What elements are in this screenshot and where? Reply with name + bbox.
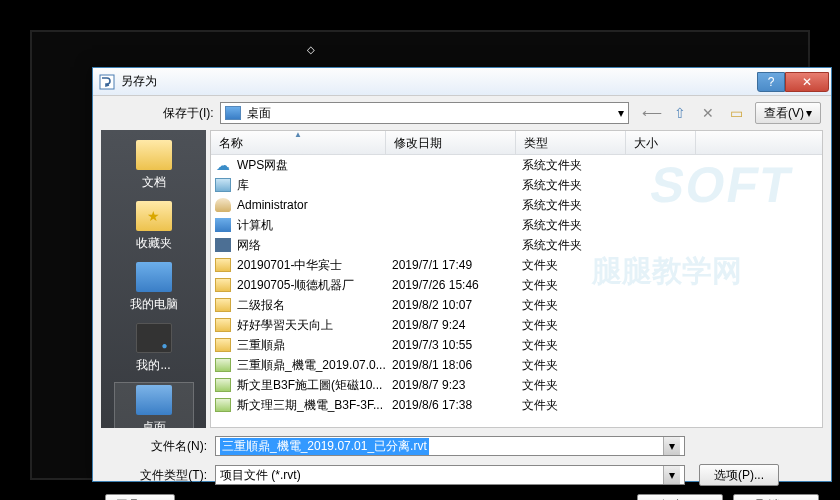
file-name: 计算机 [237, 217, 392, 234]
file-date: 2019/8/2 10:07 [392, 298, 522, 312]
sidebar-item-label: 我的电脑 [130, 296, 178, 313]
folder-icon [215, 318, 231, 332]
folder-icon [215, 258, 231, 272]
sidebar-item-folder[interactable]: 文档 [114, 138, 194, 193]
net-icon [215, 238, 231, 252]
col-date[interactable]: 修改日期 [386, 131, 516, 154]
file-type: 系统文件夹 [522, 237, 632, 254]
file-name: 网络 [237, 237, 392, 254]
list-item[interactable]: 斯文里B3F施工圖(矩磁10...2019/8/7 9:23文件夹 [211, 375, 822, 395]
filetype-dropdown[interactable]: 项目文件 (*.rvt) [215, 465, 685, 485]
list-item[interactable]: Administrator系统文件夹 [211, 195, 822, 215]
file-type: 系统文件夹 [522, 217, 632, 234]
pfolder-icon [215, 358, 231, 372]
file-date: 2019/7/26 15:46 [392, 278, 522, 292]
sidebar-item-net[interactable]: 我的... [114, 321, 194, 376]
desktop-icon [225, 106, 241, 120]
file-type: 文件夹 [522, 337, 632, 354]
user-icon [215, 198, 231, 212]
col-name[interactable]: ▲名称 [211, 131, 386, 154]
comp-icon [215, 218, 231, 232]
list-item[interactable]: 三重順鼎2019/7/3 10:55文件夹 [211, 335, 822, 355]
save-in-dropdown[interactable]: 桌面 [220, 102, 629, 124]
cloud-icon: ☁ [215, 158, 231, 172]
save-button[interactable]: 保存(S) [637, 494, 723, 500]
file-name: 三重順鼎 [237, 337, 392, 354]
filename-value: 三重順鼎_機電_2019.07.01_已分离.rvt [220, 438, 429, 455]
file-name: Administrator [237, 198, 392, 212]
file-date: 2019/7/1 17:49 [392, 258, 522, 272]
sidebar-item-desk[interactable]: 桌面 [114, 382, 194, 428]
file-name: WPS网盘 [237, 157, 392, 174]
filetype-value: 项目文件 (*.rvt) [220, 467, 301, 484]
options-button[interactable]: 选项(P)... [699, 464, 779, 486]
file-type: 系统文件夹 [522, 177, 632, 194]
cancel-button[interactable]: 取消(C) [733, 494, 819, 500]
file-type: 系统文件夹 [522, 197, 632, 214]
new-folder-icon[interactable]: ▭ [727, 104, 745, 122]
file-name: 好好學習天天向上 [237, 317, 392, 334]
file-type: 文件夹 [522, 257, 632, 274]
up-icon[interactable]: ⇧ [671, 104, 689, 122]
sidebar-item-fav[interactable]: 收藏夹 [114, 199, 194, 254]
save-as-dialog: 另存为 ? ✕ 保存于(I): 桌面 ⟵ ⇧ ✕ ▭ 查看(V) 文档收藏夹我的… [92, 67, 832, 482]
back-icon[interactable]: ⟵ [643, 104, 661, 122]
fav-icon [136, 201, 172, 231]
delete-icon[interactable]: ✕ [699, 104, 717, 122]
filetype-label: 文件类型(T): [105, 467, 215, 484]
file-name: 斯文理三期_機電_B3F-3F... [237, 397, 392, 414]
lib-icon [215, 178, 231, 192]
desk-icon [136, 385, 172, 415]
cursor-marker: ◇ [307, 44, 315, 55]
folder-icon [215, 298, 231, 312]
file-name: 20190705-顺德机器厂 [237, 277, 392, 294]
outer-frame: ◇ 另存为 ? ✕ 保存于(I): 桌面 ⟵ ⇧ ✕ ▭ 查看(V) 文档收藏夹… [30, 30, 810, 480]
location-toolbar: 保存于(I): 桌面 ⟵ ⇧ ✕ ▭ 查看(V) [93, 96, 831, 130]
folder-icon [215, 338, 231, 352]
save-in-value: 桌面 [247, 105, 271, 122]
close-button[interactable]: ✕ [785, 72, 829, 92]
sidebar-item-label: 桌面 [142, 419, 166, 428]
filename-label: 文件名(N): [105, 438, 215, 455]
save-in-label: 保存于(I): [163, 105, 214, 122]
file-date: 2019/8/7 9:23 [392, 378, 522, 392]
list-item[interactable]: 斯文理三期_機電_B3F-3F...2019/8/6 17:38文件夹 [211, 395, 822, 415]
file-date: 2019/7/3 10:55 [392, 338, 522, 352]
file-type: 文件夹 [522, 277, 632, 294]
file-name: 三重順鼎_機電_2019.07.0... [237, 357, 392, 374]
sidebar-item-label: 收藏夹 [136, 235, 172, 252]
list-item[interactable]: 库系统文件夹 [211, 175, 822, 195]
list-item[interactable]: 好好學習天天向上2019/8/7 9:24文件夹 [211, 315, 822, 335]
help-button[interactable]: ? [757, 72, 785, 92]
file-type: 文件夹 [522, 397, 632, 414]
filename-input[interactable]: 三重順鼎_機電_2019.07.01_已分离.rvt [215, 436, 685, 456]
comp-icon [136, 262, 172, 292]
view-button[interactable]: 查看(V) [755, 102, 821, 124]
col-type[interactable]: 类型 [516, 131, 626, 154]
file-type: 文件夹 [522, 377, 632, 394]
list-item[interactable]: 20190701-中华宾士2019/7/1 17:49文件夹 [211, 255, 822, 275]
titlebar[interactable]: 另存为 ? ✕ [93, 68, 831, 96]
places-sidebar: 文档收藏夹我的电脑我的...桌面 [101, 130, 206, 428]
list-item[interactable]: 三重順鼎_機電_2019.07.0...2019/8/1 18:06文件夹 [211, 355, 822, 375]
list-item[interactable]: 20190705-顺德机器厂2019/7/26 15:46文件夹 [211, 275, 822, 295]
list-item[interactable]: 二级报名2019/8/2 10:07文件夹 [211, 295, 822, 315]
list-header: ▲名称 修改日期 类型 大小 [211, 131, 822, 155]
list-item[interactable]: ☁WPS网盘系统文件夹 [211, 155, 822, 175]
file-date: 2019/8/1 18:06 [392, 358, 522, 372]
app-icon [99, 74, 115, 90]
file-type: 文件夹 [522, 357, 632, 374]
list-item[interactable]: 网络系统文件夹 [211, 235, 822, 255]
file-date: 2019/8/7 9:24 [392, 318, 522, 332]
sidebar-item-comp[interactable]: 我的电脑 [114, 260, 194, 315]
pfolder-icon [215, 398, 231, 412]
folder-icon [136, 140, 172, 170]
file-date: 2019/8/6 17:38 [392, 398, 522, 412]
bottom-panel: 文件名(N): 三重順鼎_機電_2019.07.01_已分离.rvt 文件类型(… [93, 428, 831, 500]
sidebar-item-label: 文档 [142, 174, 166, 191]
col-size[interactable]: 大小 [626, 131, 696, 154]
tools-button[interactable]: 工具(L) [105, 494, 175, 500]
file-type: 文件夹 [522, 317, 632, 334]
file-name: 库 [237, 177, 392, 194]
list-item[interactable]: 计算机系统文件夹 [211, 215, 822, 235]
